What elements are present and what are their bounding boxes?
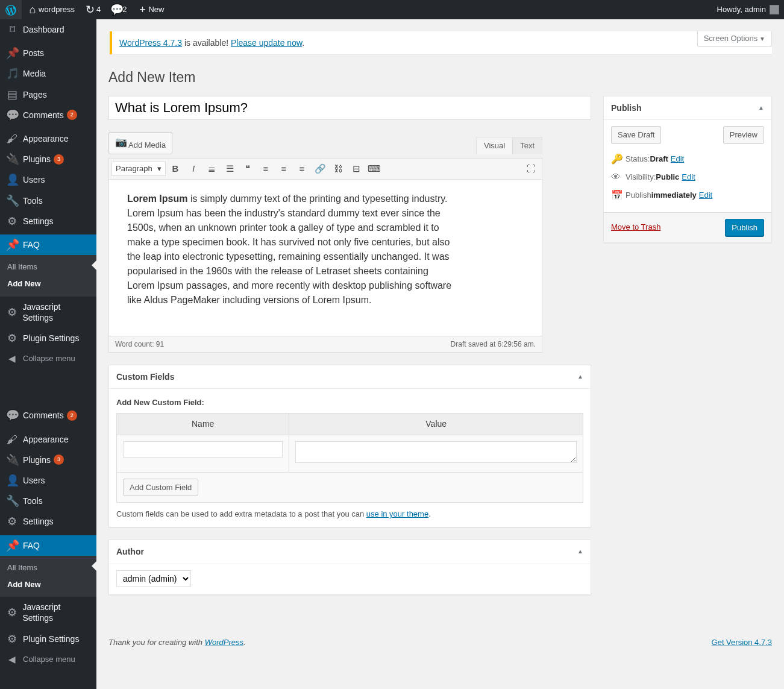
menu-faq[interactable]: 📌FAQ (0, 234, 96, 255)
word-count: Word count: 91 (115, 339, 164, 350)
media-icon: 🎵 (6, 68, 18, 79)
submenu-all-items-2[interactable]: All Items (0, 559, 96, 576)
new-content-link[interactable]: +New (131, 0, 169, 19)
menu-js-settings-2[interactable]: ⚙Javascript Settings (0, 597, 96, 628)
numbered-list-button[interactable]: ☰ (221, 160, 238, 177)
editor-content[interactable]: Lorem Ipsum is simply dummy text of the … (108, 180, 542, 336)
tab-visual[interactable]: Visual (476, 137, 513, 154)
menu-plugin-settings-2[interactable]: ⚙Plugin Settings (0, 629, 96, 649)
italic-button[interactable]: I (185, 160, 202, 177)
submenu-add-new-2[interactable]: Add New (0, 576, 96, 593)
comment-icon: 💬 (6, 110, 18, 121)
admin-bar: ⌂wordpress ↻4 💬2 +New Howdy, admin (0, 0, 784, 19)
comments-badge: 2 (67, 110, 77, 120)
edit-status-link[interactable]: Edit (671, 154, 684, 165)
pin-icon: 📌 (6, 239, 18, 250)
toggle-publish[interactable]: ▲ (758, 102, 764, 113)
add-custom-field-button[interactable]: Add Custom Field (123, 479, 198, 497)
toggle-author[interactable]: ▲ (577, 546, 583, 557)
menu-posts[interactable]: 📌Posts (0, 43, 96, 63)
update-version-link[interactable]: WordPress 4.7.3 (119, 38, 182, 48)
settings-icon: ⚙ (6, 216, 18, 227)
menu-settings-2[interactable]: ⚙Settings (0, 511, 96, 532)
menu-comments[interactable]: 💬Comments2 (0, 105, 96, 125)
menu-faq-2[interactable]: 📌FAQ (0, 535, 96, 556)
save-draft-button[interactable]: Save Draft (611, 126, 661, 144)
menu-comments-2[interactable]: 💬Comments2 (0, 405, 96, 426)
menu-appearance[interactable]: 🖌Appearance (0, 128, 96, 149)
collapse-icon: ◀ (6, 353, 18, 364)
publish-box: Publish▲ Save Draft Preview 🔑Status: Dra… (603, 96, 772, 243)
submenu-add-new[interactable]: Add New (0, 275, 96, 292)
add-media-button[interactable]: 📷Add Media (108, 132, 172, 154)
brush-icon: 🖌 (6, 434, 18, 445)
comment-icon: 💬 (6, 410, 18, 421)
cf-value-header: Value (289, 414, 583, 435)
unlink-button[interactable]: ⛓ (330, 160, 347, 177)
blockquote-button[interactable]: ❝ (239, 160, 256, 177)
format-select[interactable]: Paragraph▾ (111, 162, 166, 176)
cf-help-link[interactable]: use in your theme (366, 509, 428, 518)
menu-media[interactable]: 🎵Media (0, 63, 96, 84)
more-button[interactable]: ⊟ (348, 160, 365, 177)
menu-dashboard[interactable]: ⌑Dashboard (0, 19, 96, 40)
menu-plugin-settings[interactable]: ⚙Plugin Settings (0, 328, 96, 348)
bold-button[interactable]: B (167, 160, 184, 177)
comments-link[interactable]: 💬2 (105, 0, 131, 19)
menu-plugins[interactable]: 🔌Plugins3 (0, 149, 96, 169)
my-account[interactable]: Howdy, admin (712, 0, 784, 19)
preview-button[interactable]: Preview (723, 126, 764, 144)
publish-button[interactable]: Publish (725, 219, 764, 237)
collapse-menu[interactable]: ◀Collapse menu (0, 348, 96, 369)
align-left-button[interactable]: ≡ (257, 160, 274, 177)
menu-settings[interactable]: ⚙Settings (0, 211, 96, 231)
admin-menu: ⌑Dashboard 📌Posts 🎵Media ▤Pages 💬Comment… (0, 19, 96, 654)
footer-wp-link[interactable]: WordPress (205, 638, 243, 647)
cf-help-text: Custom fields can be used to add extra m… (116, 509, 583, 520)
updates-link[interactable]: ↻4 (80, 0, 105, 19)
edit-schedule-link[interactable]: Edit (699, 190, 712, 201)
fullscreen-button[interactable]: ⛶ (522, 160, 539, 177)
menu-pages[interactable]: ▤Pages (0, 84, 96, 105)
author-title: Author (116, 546, 144, 557)
cf-value-input[interactable] (295, 441, 577, 463)
comment-icon: 💬 (110, 4, 122, 15)
collapse-menu-2[interactable]: ◀Collapse menu (0, 649, 96, 654)
update-now-link[interactable]: Please update now (231, 38, 302, 48)
cf-name-header: Name (117, 414, 289, 435)
menu-users-2[interactable]: 👤Users (0, 470, 96, 491)
toggle-custom-fields[interactable]: ▲ (577, 371, 583, 382)
chevron-down-icon: ▾ (157, 163, 162, 174)
footer-version-link[interactable]: Get Version 4.7.3 (712, 637, 772, 648)
menu-js-settings[interactable]: ⚙Javascript Settings (0, 297, 96, 328)
edit-visibility-link[interactable]: Edit (682, 172, 695, 183)
post-title-input[interactable] (108, 96, 591, 120)
calendar-icon: 📅 (611, 190, 623, 201)
menu-appearance-2[interactable]: 🖌Appearance (0, 429, 96, 450)
custom-fields-title: Custom Fields (116, 371, 174, 382)
cf-name-input[interactable] (123, 441, 283, 458)
footer: Thank you for creating with WordPress. G… (96, 631, 784, 654)
move-to-trash-link[interactable]: Move to Trash (611, 222, 660, 233)
link-button[interactable]: 🔗 (312, 160, 328, 177)
screen-options-toggle[interactable]: Screen Options (697, 31, 772, 47)
menu-plugins-2[interactable]: 🔌Plugins3 (0, 450, 96, 470)
avatar (770, 5, 779, 14)
bullet-list-button[interactable]: ≣ (203, 160, 220, 177)
author-select[interactable]: admin (admin) (116, 570, 191, 587)
settings-icon: ⚙ (6, 516, 18, 527)
wp-logo[interactable] (0, 0, 22, 19)
wordpress-icon (5, 5, 16, 16)
toolbar-toggle-button[interactable]: ⌨ (366, 160, 383, 177)
menu-users[interactable]: 👤Users (0, 169, 96, 190)
key-icon: 🔑 (611, 154, 623, 165)
site-name-link[interactable]: ⌂wordpress (22, 0, 80, 19)
autosave-status: Draft saved at 6:29:56 am. (451, 339, 536, 350)
align-right-button[interactable]: ≡ (293, 160, 310, 177)
align-center-button[interactable]: ≡ (275, 160, 292, 177)
submenu-all-items[interactable]: All Items (0, 259, 96, 275)
tab-text[interactable]: Text (513, 137, 542, 154)
author-box: Author▲ admin (admin) (108, 540, 591, 594)
menu-tools-2[interactable]: 🔧Tools (0, 491, 96, 511)
menu-tools[interactable]: 🔧Tools (0, 190, 96, 211)
